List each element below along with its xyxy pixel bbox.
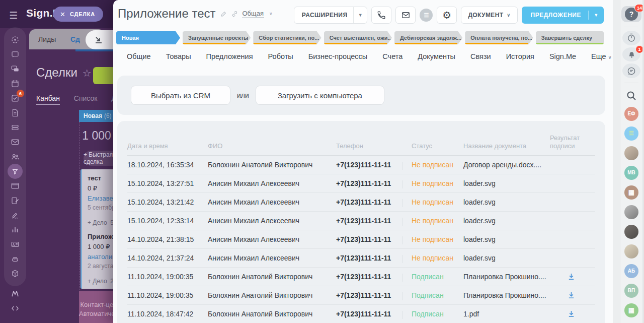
cell-phone: +7(123)111-11-11 [336,161,412,169]
signature-icon[interactable] [4,208,26,222]
detail-tab[interactable]: Предложения [206,52,253,60]
avatar[interactable]: АБ [624,264,638,278]
live-feed-icon[interactable] [4,32,26,47]
tab-leads[interactable]: Лиды [38,35,56,43]
close-icon[interactable]: ✕ [60,11,65,18]
copy-link-icon[interactable] [231,11,238,17]
detail-tab[interactable]: Связи [470,52,491,60]
chats-button[interactable] [622,63,640,78]
view-kanban[interactable]: Канбан [36,94,60,105]
cell-datetime: 11.10.2024, 19:00:35 [127,291,208,299]
automation-cube-icon[interactable] [4,266,26,281]
chevron-down-icon[interactable]: ▼ [354,13,367,18]
add-deal-button[interactable] [93,67,115,84]
menu-icon[interactable]: ☰ [9,10,20,21]
calendar-icon[interactable] [4,76,26,91]
detail-tab[interactable]: Роботы [268,52,293,60]
document-button[interactable]: ДОКУМЕНТ ∨ [461,7,517,24]
doc-edit-icon[interactable] [4,193,26,208]
detail-tab[interactable]: Счета [382,52,403,60]
edit-pencil-icon[interactable] [220,11,227,17]
detail-tab[interactable]: Документы [418,52,455,60]
settings-button[interactable]: ⚙ [437,7,457,24]
sites-icon[interactable] [4,178,26,193]
detail-tab[interactable]: Товары [166,52,191,60]
pipeline-stage[interactable]: Запущенные проекты [183,31,251,44]
extensions-button[interactable]: РАСШИРЕНИЯ ▼ [294,7,368,24]
document-icon[interactable] [4,105,26,120]
offer-button[interactable]: ПРЕДЛОЖЕНИЕ ▼ [522,7,604,24]
avatar[interactable] [624,244,638,259]
contact-card-icon[interactable] [4,237,26,251]
mobile-app-icon[interactable] [4,251,26,266]
status-badge: Не подписан [412,217,463,225]
help-button[interactable]: ? 14 [621,6,641,22]
cell-document: Договор аренды.docx.... [463,161,550,169]
right-icon-rail: ? 14 1 ЕФМВАБВП [620,0,644,323]
minimize-slider-button[interactable] [86,30,115,49]
cell-phone: +7(123)111-11-11 [336,217,412,225]
crm-clients-icon[interactable] [4,149,26,164]
cell-datetime: 14.10.2024, 21:37:24 [127,254,208,262]
avatar[interactable]: ВП [624,284,638,298]
chevron-down-icon[interactable]: ▼ [589,13,604,18]
call-button[interactable] [371,7,391,24]
add-todo-link[interactable]: + Дело [88,278,107,285]
search-button[interactable] [625,90,637,102]
help-badge: 14 [634,4,644,12]
avatar[interactable]: МВ [624,166,638,180]
pipeline-stage[interactable]: Оплата получена, по... [465,31,533,44]
chat-icon[interactable] [4,61,26,76]
notifications-badge: 1 [635,45,643,53]
pipeline-stage[interactable]: Сбор статистики, по... [253,31,321,44]
cell-result [550,178,595,189]
download-button[interactable] [565,308,577,319]
marketplace-icon[interactable] [10,289,20,298]
choose-from-crm-button[interactable]: Выбрать из CRM [131,86,230,105]
avatar[interactable] [624,146,638,160]
messenger-icon[interactable] [4,47,26,61]
pipeline-stage[interactable]: Завершить сделку [536,31,604,44]
pipeline-selector[interactable]: Общая [243,10,264,18]
download-button[interactable] [565,290,577,301]
notifications-button[interactable]: 1 [622,47,640,62]
table-row: 11.10.2024, 19:00:35 Болохнин Анатолий В… [127,268,595,286]
pipeline-stage[interactable]: Новая [116,31,180,44]
tab-deals[interactable]: Сд [70,35,80,43]
chat-disabled-icon[interactable]: ☰ [420,9,433,22]
slider-entity-pill[interactable]: ✕ СДЕЛКА [53,7,103,22]
tasks-icon[interactable]: 6 [4,91,26,105]
table-body: 18.10.2024, 16:35:34 Болохнин Анатолий В… [127,156,595,323]
download-button[interactable] [565,271,577,282]
cell-result [550,271,595,282]
time-tracking-button[interactable] [622,31,640,45]
table-row: 15.10.2024, 13:27:51 Анисин Михаил Алекс… [127,174,595,193]
pipeline-stage[interactable]: Дебиторская задолж... [394,31,462,44]
avatar[interactable] [624,185,638,200]
add-todo-link[interactable]: + Дело [88,219,107,226]
mail-icon[interactable] [4,135,26,149]
avatar[interactable] [624,303,638,317]
avatar[interactable] [624,225,638,239]
detail-tab[interactable]: Sign.Me [549,52,576,60]
avatar[interactable] [624,126,638,141]
view-list[interactable]: Список [74,94,98,102]
status-badge: Не подписан [412,179,463,187]
avatar[interactable]: ЕФ [624,107,638,121]
pipeline-stage[interactable]: Счет выставлен, ожи... [324,31,392,44]
crm-funnel-icon[interactable] [4,164,26,178]
avatar[interactable] [624,205,638,219]
developer-icon[interactable] [10,304,20,312]
upload-from-computer-button[interactable]: Загрузить с компьютера [256,86,384,105]
detail-tab[interactable]: Общие [127,52,151,60]
email-button[interactable] [395,7,416,24]
detail-tab[interactable]: История [506,52,534,60]
cell-name: Болохнин Анатолий Викторович [208,291,336,299]
analytics-icon[interactable] [4,222,26,237]
chat-lines-icon [626,66,636,76]
tab-more[interactable]: Еще∨ [591,52,612,60]
drive-icon[interactable] [4,120,26,135]
favorite-star-icon[interactable]: ☆ [83,68,92,79]
detail-tab[interactable]: Бизнес-процессы [308,52,368,60]
deal-title: Приложение тест [118,7,216,21]
